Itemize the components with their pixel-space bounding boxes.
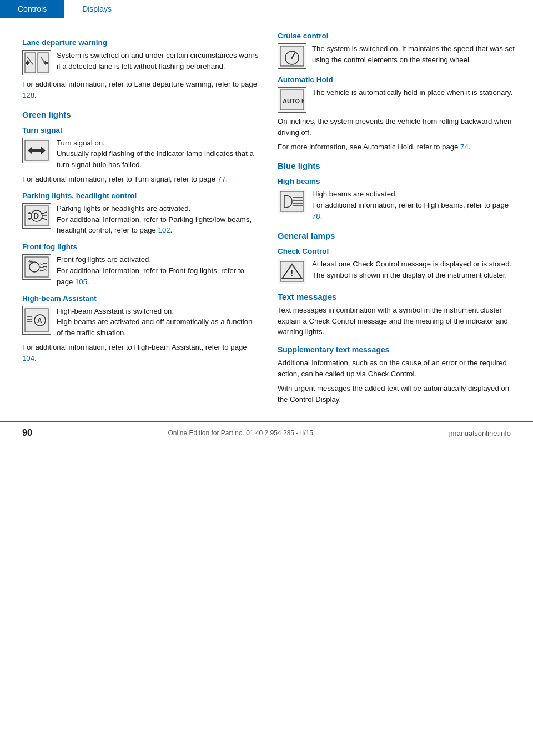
parking-lights-block: D Parking lights or headlights are activ… <box>22 203 260 236</box>
check-control-text: At least one Check Control message is di… <box>312 259 515 284</box>
lane-departure-section: Lane departure warning <box>22 38 260 101</box>
automatic-hold-note: For more information, see Automatic Hold… <box>278 142 515 153</box>
supplementary-body2: With urgent messages the added text will… <box>278 383 515 405</box>
automatic-hold-link[interactable]: 74 <box>460 143 469 151</box>
svg-point-29 <box>291 57 293 59</box>
high-beam-assistant-section: High-beam Assistant A <box>22 294 260 364</box>
footer: 90 Online Edition for Part no. 01 40 2 9… <box>0 421 533 443</box>
text-messages-title: Text messages <box>278 292 515 301</box>
footer-center-text: Online Edition for Part no. 01 40 2 954 … <box>168 429 313 437</box>
high-beams-icon <box>278 189 306 214</box>
text-messages-body: Text messages in combination with a symb… <box>278 305 515 337</box>
parking-lights-text: Parking lights or headlights are activat… <box>57 203 260 236</box>
high-beams-link[interactable]: 78 <box>312 212 320 220</box>
turn-signal-note: For additional information, refer to Tur… <box>22 174 260 185</box>
svg-rect-26 <box>280 46 304 66</box>
turn-signal-icon <box>22 138 51 163</box>
check-control-block: ! At least one Check Control message is … <box>278 259 515 284</box>
high-beam-assistant-link[interactable]: 104 <box>22 354 34 362</box>
parking-lights-title: Parking lights, headlight control <box>22 191 260 200</box>
right-column: Cruise control Th <box>278 32 515 408</box>
green-lights-title: Green lights <box>22 110 260 119</box>
parking-lights-icon: D <box>22 203 51 229</box>
general-lamps-title: General lamps <box>278 231 515 240</box>
header-tabs: Controls Displays <box>0 0 533 18</box>
lane-departure-block: System is switched on and under certain … <box>22 50 260 75</box>
high-beam-assistant-note: For additional information, refer to Hig… <box>22 342 260 364</box>
high-beams-title: High beams <box>278 177 515 185</box>
svg-point-16 <box>28 218 31 220</box>
turn-signal-block: Turn signal on. Unusually rapid flashing… <box>22 138 260 170</box>
automatic-hold-incline: On inclines, the system prevents the veh… <box>278 116 515 138</box>
blue-lights-section: Blue lights High beams <box>278 161 515 221</box>
front-fog-block: ✳ Front fog lights are activated. For ad… <box>22 254 260 287</box>
automatic-hold-title: Automatic Hold <box>278 75 515 84</box>
footer-logo-text: jmanualsonline.info <box>449 429 511 437</box>
parking-lights-link[interactable]: 102 <box>158 226 170 234</box>
high-beams-block: High beams are activated. For additional… <box>278 189 515 221</box>
cruise-control-icon <box>278 43 306 69</box>
turn-signal-link[interactable]: 77 <box>218 175 226 183</box>
svg-rect-20 <box>25 309 48 332</box>
cruise-control-text: The system is switched on. It maintains … <box>312 43 515 69</box>
cruise-control-section: Cruise control Th <box>278 32 515 69</box>
lane-departure-link[interactable]: 128 <box>22 91 34 99</box>
high-beam-assistant-text: High-beam Assistant is switched on. High… <box>57 306 260 339</box>
front-fog-section: Front fog lights ✳ <box>22 243 260 287</box>
cruise-control-block: The system is switched on. It maintains … <box>278 43 515 69</box>
turn-signal-text: Turn signal on. Unusually rapid flashing… <box>57 138 260 170</box>
general-lamps-section: General lamps Check Control ! <box>278 231 515 284</box>
turn-signal-section: Turn signal Turn signal on. Unusu <box>22 126 260 185</box>
cruise-control-title: Cruise control <box>278 32 515 40</box>
lane-departure-text: System is switched on and under certain … <box>57 50 260 75</box>
front-fog-icon: ✳ <box>22 254 51 280</box>
automatic-hold-block: AUTO H The vehicle is automatically held… <box>278 87 515 113</box>
supplementary-body1: Additional information, such as on the c… <box>278 357 515 380</box>
automatic-hold-text: The vehicle is automatically held in pla… <box>312 87 515 113</box>
high-beams-section: High beams <box>278 177 515 221</box>
lane-departure-note: For additional information, refer to Lan… <box>22 79 260 101</box>
svg-text:A: A <box>37 317 42 325</box>
turn-signal-title: Turn signal <box>22 126 260 134</box>
svg-text:✳: ✳ <box>28 258 34 266</box>
high-beam-assistant-title: High-beam Assistant <box>22 294 260 303</box>
svg-text:!: ! <box>290 269 293 278</box>
check-control-icon: ! <box>278 259 306 284</box>
left-column: Lane departure warning <box>22 32 260 408</box>
tab-controls[interactable]: Controls <box>0 0 64 18</box>
lane-departure-title: Lane departure warning <box>22 38 260 47</box>
svg-text:AUTO H: AUTO H <box>283 98 304 104</box>
front-fog-title: Front fog lights <box>22 243 260 251</box>
check-control-title: Check Control <box>278 247 515 255</box>
front-fog-link[interactable]: 105 <box>75 278 87 286</box>
supplementary-section: Supplementary text messages Additional i… <box>278 345 515 405</box>
parking-lights-section: Parking lights, headlight control <box>22 191 260 236</box>
footer-page-number: 90 <box>22 428 32 438</box>
tab-displays[interactable]: Displays <box>64 0 129 18</box>
automatic-hold-icon: AUTO H <box>278 87 306 113</box>
front-fog-text: Front fog lights are activated. For addi… <box>57 254 260 287</box>
svg-text:D: D <box>33 211 39 220</box>
lane-departure-icon <box>22 50 51 75</box>
high-beams-text: High beams are activated. For additional… <box>312 189 515 221</box>
high-beam-assistant-block: A High-beam Assistant is switched on. Hi… <box>22 306 260 339</box>
svg-point-15 <box>28 212 31 214</box>
automatic-hold-section: Automatic Hold AUTO H The vehicle is aut… <box>278 75 515 152</box>
green-lights-section: Green lights Turn signal <box>22 110 260 364</box>
main-content: Lane departure warning <box>0 18 533 421</box>
check-control-section: Check Control ! At least one Check Contr… <box>278 247 515 284</box>
blue-lights-title: Blue lights <box>278 161 515 170</box>
high-beam-assistant-icon: A <box>22 306 51 335</box>
supplementary-title: Supplementary text messages <box>278 345 515 354</box>
text-messages-section: Text messages Text messages in combinati… <box>278 292 515 337</box>
